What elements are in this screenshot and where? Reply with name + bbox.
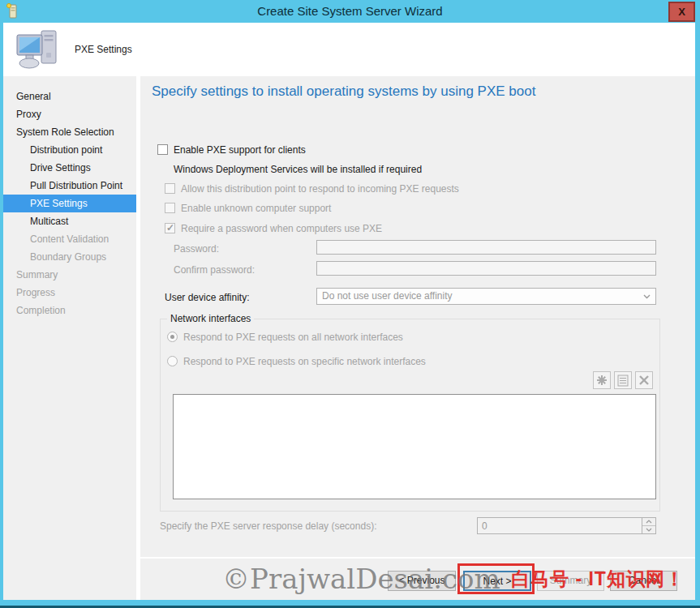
wizard-sidebar: General Proxy System Role Selection Dist… <box>3 76 136 600</box>
sidebar-item-general[interactable]: General <box>3 88 136 105</box>
close-button[interactable]: X <box>668 2 695 22</box>
user-device-affinity-select[interactable]: Do not use user device affinity <box>316 288 656 305</box>
spinner-down-button <box>642 526 655 533</box>
sidebar-item-proxy[interactable]: Proxy <box>3 105 136 123</box>
enable-pxe-checkbox[interactable] <box>157 144 168 155</box>
window-title: Create Site System Server Wizard <box>0 4 700 18</box>
sidebar-item-system-role-selection[interactable]: System Role Selection <box>3 123 136 141</box>
wds-note: Windows Deployment Services will be inst… <box>174 164 422 175</box>
interface-properties-button <box>614 371 632 389</box>
right-column: Specify settings to install operating sy… <box>140 76 695 600</box>
properties-icon <box>617 375 629 387</box>
respond-specific-interfaces-radio <box>167 356 178 366</box>
spinner-buttons <box>642 518 655 533</box>
sidebar-item-pxe-settings[interactable]: PXE Settings <box>3 195 136 212</box>
next-button[interactable]: Next > <box>463 571 531 591</box>
window-body: PXE Settings General Proxy System Role S… <box>3 23 695 600</box>
respond-all-interfaces-label: Respond to PXE requests on all network i… <box>183 332 403 343</box>
response-delay-spinner: 0 <box>477 517 656 534</box>
wizard-header: PXE Settings <box>3 23 695 76</box>
sidebar-item-completion: Completion <box>3 302 136 319</box>
network-interfaces-label: Network interfaces <box>167 313 254 324</box>
page-title: PXE Settings <box>75 44 132 55</box>
sidebar-item-drive-settings[interactable]: Drive Settings <box>3 159 136 177</box>
respond-specific-interfaces-label: Respond to PXE requests on specific netw… <box>183 356 426 367</box>
sidebar-item-pull-distribution-point[interactable]: Pull Distribution Point <box>3 177 136 195</box>
confirm-password-field <box>316 261 656 276</box>
spinner-up-button <box>642 518 655 526</box>
user-device-affinity-value: Do not use user device affinity <box>322 290 453 302</box>
allow-incoming-checkbox <box>165 183 175 194</box>
password-label: Password: <box>174 243 219 255</box>
summary-button: Summary <box>537 571 604 591</box>
confirm-password-label: Confirm password: <box>174 264 255 276</box>
chevron-down-icon <box>646 528 652 532</box>
computer-icon <box>15 28 60 71</box>
delete-x-icon <box>638 375 650 386</box>
cancel-button[interactable]: Cancel <box>610 571 677 591</box>
wizard-window: Create Site System Server Wizard X PXE S… <box>0 0 700 608</box>
chevron-down-icon <box>643 294 651 299</box>
footer-bar: < Previous Next > Summary Cancel <box>140 559 695 600</box>
sidebar-item-distribution-point[interactable]: Distribution point <box>3 141 136 159</box>
delete-interface-button <box>635 371 653 389</box>
require-password-checkbox <box>165 223 175 233</box>
sidebar-item-multicast[interactable]: Multicast <box>3 212 136 230</box>
sidebar-item-content-validation: Content Validation <box>3 230 136 248</box>
pxe-settings-page: Specify settings to install operating sy… <box>140 76 695 557</box>
require-password-label: Require a password when computers use PX… <box>181 223 382 234</box>
allow-incoming-label: Allow this distribution point to respond… <box>181 183 459 195</box>
password-field <box>316 240 656 255</box>
response-delay-label: Specify the PXE server response delay (s… <box>160 520 376 532</box>
sidebar-item-progress: Progress <box>3 284 136 302</box>
title-bar: Create Site System Server Wizard X <box>0 0 700 23</box>
main-area: General Proxy System Role Selection Dist… <box>3 76 695 600</box>
response-delay-value: 0 <box>482 520 487 532</box>
user-device-affinity-label: User device affinity: <box>165 292 250 303</box>
add-interface-button <box>593 371 611 389</box>
respond-all-interfaces-radio <box>167 332 178 342</box>
enable-pxe-label: Enable PXE support for clients <box>174 144 306 156</box>
sidebar-item-summary: Summary <box>3 266 136 284</box>
unknown-computer-checkbox <box>165 203 175 213</box>
sidebar-item-boundary-groups: Boundary Groups <box>3 248 136 266</box>
chevron-up-icon <box>646 520 652 524</box>
previous-button[interactable]: < Previous <box>388 571 456 591</box>
asterisk-new-icon <box>596 375 608 386</box>
unknown-computer-label: Enable unknown computer support <box>181 203 331 214</box>
network-interfaces-list <box>173 394 656 499</box>
page-heading: Specify settings to install operating sy… <box>152 83 535 100</box>
